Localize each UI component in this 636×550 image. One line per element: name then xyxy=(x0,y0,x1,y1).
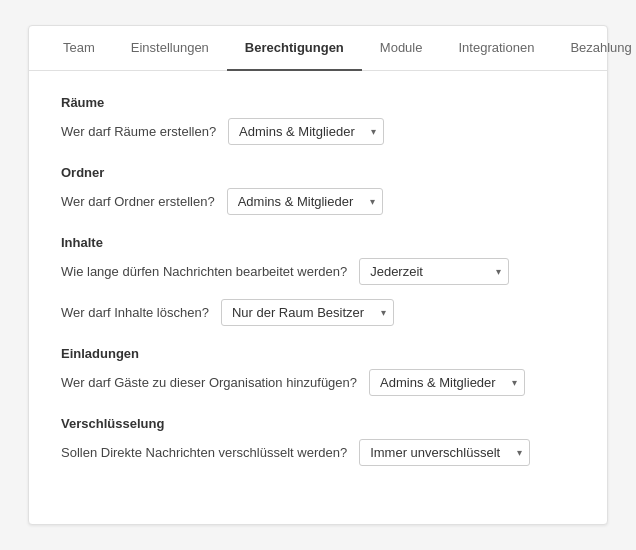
select-wrapper-nachrichten-bearbeitet: Jederzeit 1 Stunde 24 Stunden Nie ▾ xyxy=(359,258,509,285)
field-row-nachrichten-verschlusselt: Sollen Direkte Nachrichten verschlüsselt… xyxy=(61,439,575,466)
section-inhalte: Inhalte Wie lange dürfen Nachrichten bea… xyxy=(61,235,575,326)
field-row-raume-erstellen: Wer darf Räume erstellen? Admins & Mitgl… xyxy=(61,118,575,145)
field-row-nachrichten-bearbeitet: Wie lange dürfen Nachrichten bearbeitet … xyxy=(61,258,575,285)
tab-bar: Team Einstellungen Berechtigungen Module… xyxy=(29,26,607,71)
select-gaste-hinzufugen[interactable]: Admins & Mitglieder Nur Admins Alle Mitg… xyxy=(369,369,525,396)
tab-team[interactable]: Team xyxy=(45,26,113,71)
tab-integrationen[interactable]: Integrationen xyxy=(440,26,552,71)
field-row-ordner-erstellen: Wer darf Ordner erstellen? Admins & Mitg… xyxy=(61,188,575,215)
label-raume-erstellen: Wer darf Räume erstellen? xyxy=(61,124,216,139)
section-title-inhalte: Inhalte xyxy=(61,235,575,250)
section-title-raume: Räume xyxy=(61,95,575,110)
select-raume-erstellen[interactable]: Admins & Mitglieder Nur Admins Alle Mitg… xyxy=(228,118,384,145)
select-wrapper-nachrichten-verschlusselt: Immer unverschlüsselt Optional Immer ver… xyxy=(359,439,530,466)
section-raume: Räume Wer darf Räume erstellen? Admins &… xyxy=(61,95,575,145)
label-gaste-hinzufugen: Wer darf Gäste zu dieser Organisation hi… xyxy=(61,375,357,390)
section-einladungen: Einladungen Wer darf Gäste zu dieser Org… xyxy=(61,346,575,396)
content-area: Räume Wer darf Räume erstellen? Admins &… xyxy=(29,71,607,510)
field-row-gaste-hinzufugen: Wer darf Gäste zu dieser Organisation hi… xyxy=(61,369,575,396)
select-nachrichten-bearbeitet[interactable]: Jederzeit 1 Stunde 24 Stunden Nie xyxy=(359,258,509,285)
label-ordner-erstellen: Wer darf Ordner erstellen? xyxy=(61,194,215,209)
label-nachrichten-bearbeitet: Wie lange dürfen Nachrichten bearbeitet … xyxy=(61,264,347,279)
select-wrapper-inhalte-loschen: Nur der Raum Besitzer Admins Alle Mitgli… xyxy=(221,299,394,326)
label-inhalte-loschen: Wer darf Inhalte löschen? xyxy=(61,305,209,320)
select-wrapper-ordner: Admins & Mitglieder Nur Admins Alle Mitg… xyxy=(227,188,383,215)
select-wrapper-gaste-hinzufugen: Admins & Mitglieder Nur Admins Alle Mitg… xyxy=(369,369,525,396)
select-wrapper-raume: Admins & Mitglieder Nur Admins Alle Mitg… xyxy=(228,118,384,145)
tab-bezahlung[interactable]: Bezahlung xyxy=(552,26,636,71)
select-ordner-erstellen[interactable]: Admins & Mitglieder Nur Admins Alle Mitg… xyxy=(227,188,383,215)
tab-einstellungen[interactable]: Einstellungen xyxy=(113,26,227,71)
section-title-einladungen: Einladungen xyxy=(61,346,575,361)
section-ordner: Ordner Wer darf Ordner erstellen? Admins… xyxy=(61,165,575,215)
field-row-inhalte-loschen: Wer darf Inhalte löschen? Nur der Raum B… xyxy=(61,299,575,326)
label-nachrichten-verschlusselt: Sollen Direkte Nachrichten verschlüsselt… xyxy=(61,445,347,460)
select-nachrichten-verschlusselt[interactable]: Immer unverschlüsselt Optional Immer ver… xyxy=(359,439,530,466)
settings-card: Team Einstellungen Berechtigungen Module… xyxy=(28,25,608,525)
section-title-verschlusselung: Verschlüsselung xyxy=(61,416,575,431)
section-title-ordner: Ordner xyxy=(61,165,575,180)
tab-module[interactable]: Module xyxy=(362,26,441,71)
tab-berechtigungen[interactable]: Berechtigungen xyxy=(227,26,362,71)
section-verschlusselung: Verschlüsselung Sollen Direkte Nachricht… xyxy=(61,416,575,466)
select-inhalte-loschen[interactable]: Nur der Raum Besitzer Admins Alle Mitgli… xyxy=(221,299,394,326)
